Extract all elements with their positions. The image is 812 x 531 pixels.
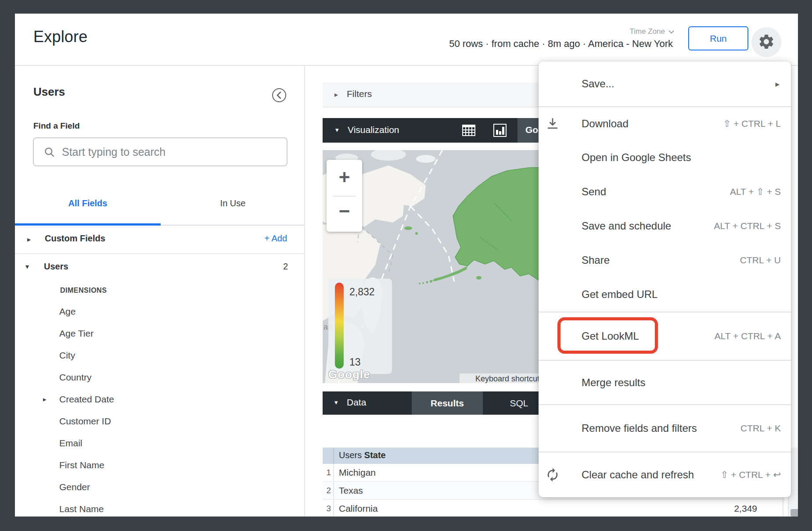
menu-item-remove-fields-and-filters[interactable]: Remove fields and filters CTRL + K (539, 404, 791, 452)
field-picker-sidebar: Users Find a Field All Fields In Use ▸ C… (15, 66, 305, 517)
field-item-age[interactable]: Age (15, 301, 304, 323)
collapse-sidebar-button[interactable] (272, 88, 287, 103)
chevron-left-circle-icon (272, 97, 287, 104)
field-item-customer-id[interactable]: Customer ID (15, 410, 304, 432)
state-cell: Michigan (339, 467, 376, 478)
visualization-label: Visualization (348, 125, 399, 135)
header: Explore Time Zone 50 rows · from cache ·… (15, 14, 798, 66)
bar-chart-viz-icon[interactable] (492, 123, 507, 138)
chevron-down-icon (668, 28, 674, 34)
explore-view-title: Users (33, 85, 65, 99)
add-custom-field-button[interactable]: + Add (264, 233, 287, 244)
zoom-out-button[interactable]: − (327, 196, 362, 231)
menu-item-download[interactable]: Download ⇧ + CTRL + L (539, 106, 791, 140)
menu-item-clear-cache-and-refresh[interactable]: Clear cache and refresh ⇧ + CTRL + ↩ (539, 452, 791, 497)
legend-max-value: 2,832 (349, 286, 375, 298)
tab-in-use[interactable]: In Use (161, 192, 305, 214)
chevron-right-icon: ▸ (43, 388, 47, 410)
field-item-city[interactable]: City (15, 344, 304, 366)
menu-item-open-in-google-sheets[interactable]: Open in Google Sheets (539, 140, 791, 175)
state-cell: California (339, 503, 378, 514)
chevron-down-icon: ▾ (334, 398, 338, 406)
page-title: Explore (33, 28, 87, 46)
custom-fields-row[interactable]: ▸ Custom Fields + Add (15, 229, 304, 253)
search-input[interactable] (62, 139, 281, 165)
legend-gradient (335, 283, 344, 369)
gear-button[interactable] (751, 27, 781, 57)
map-color-legend: 2,832 13 (328, 279, 392, 374)
users-group-label: Users (44, 262, 68, 272)
users-group-row[interactable]: ▾ Users 2 (15, 257, 304, 281)
chevron-down-icon: ▾ (335, 126, 339, 134)
filters-label: Filters (347, 89, 372, 99)
field-item-gender[interactable]: Gender (15, 476, 304, 498)
dimension-list: Age Age Tier City Country ▸Created Date … (15, 301, 304, 517)
field-item-created-date[interactable]: ▸Created Date (15, 388, 304, 410)
users-count-cell: 2,349 (734, 503, 757, 514)
menu-item-merge-results[interactable]: Merge results (539, 360, 791, 404)
keyboard-shortcuts-link[interactable]: Keyboard shortcuts (475, 374, 543, 383)
submenu-arrow-icon: ▸ (775, 79, 780, 89)
download-icon (545, 116, 560, 131)
chevron-down-icon: ▾ (25, 262, 29, 271)
query-status-text: 50 rows · from cache · 8m ago · America … (449, 38, 673, 50)
row-number-header-cell (323, 448, 334, 464)
field-item-last-name[interactable]: Last Name (15, 498, 304, 517)
menu-item-share[interactable]: Share CTRL + U (539, 243, 791, 277)
table-row[interactable]: 3 California 2,349 (323, 500, 785, 517)
menu-item-get-lookml[interactable]: Get LookML ALT + CTRL + A (539, 312, 791, 360)
menu-item-save[interactable]: Save... ▸ (539, 61, 791, 106)
field-item-country[interactable]: Country (15, 366, 304, 388)
refresh-icon (545, 467, 560, 482)
field-search-box (33, 137, 287, 166)
tab-all-fields[interactable]: All Fields (15, 192, 161, 214)
google-watermark: Google (328, 368, 370, 381)
run-button[interactable]: Run (688, 26, 748, 50)
looker-explore-window: Explore Time Zone 50 rows · from cache ·… (15, 14, 798, 517)
menu-item-send[interactable]: Send ALT + ⇧ + S (539, 175, 791, 209)
custom-fields-label: Custom Fields (45, 233, 105, 244)
field-item-email[interactable]: Email (15, 432, 304, 454)
field-item-age-tier[interactable]: Age Tier (15, 323, 304, 344)
state-cell: Texas (339, 485, 363, 496)
chevron-right-icon: ▸ (27, 235, 31, 244)
zoom-in-button[interactable]: + (327, 160, 362, 195)
divider (15, 253, 304, 254)
menu-item-get-embed-url[interactable]: Get embed URL (539, 277, 791, 312)
map-zoom-control: + − (327, 160, 362, 232)
table-viz-icon[interactable] (461, 123, 476, 138)
tab-results[interactable]: Results (412, 391, 483, 415)
gear-icon (758, 33, 775, 52)
legend-min-value: 13 (349, 356, 361, 368)
dimensions-section-label: DIMENSIONS (60, 287, 107, 294)
active-tab-underline (15, 223, 161, 226)
menu-item-save-and-schedule[interactable]: Save and schedule ALT + CTRL + S (539, 209, 791, 243)
chevron-right-icon: ▸ (334, 90, 338, 99)
gear-dropdown-menu: Save... ▸ Download ⇧ + CTRL + L Open in … (539, 61, 791, 497)
field-item-first-name[interactable]: First Name (15, 454, 304, 476)
scrollbar-thumb[interactable] (790, 509, 798, 517)
row-number: 1 (323, 464, 334, 481)
data-label: Data (347, 397, 366, 408)
row-number: 3 (323, 500, 334, 517)
find-field-label: Find a Field (33, 121, 80, 131)
column-header-users-state[interactable]: Users State (339, 450, 386, 460)
field-count-badge: 2 (283, 262, 288, 272)
timezone-selector[interactable]: Time Zone (629, 27, 672, 36)
row-number: 2 (323, 482, 334, 499)
